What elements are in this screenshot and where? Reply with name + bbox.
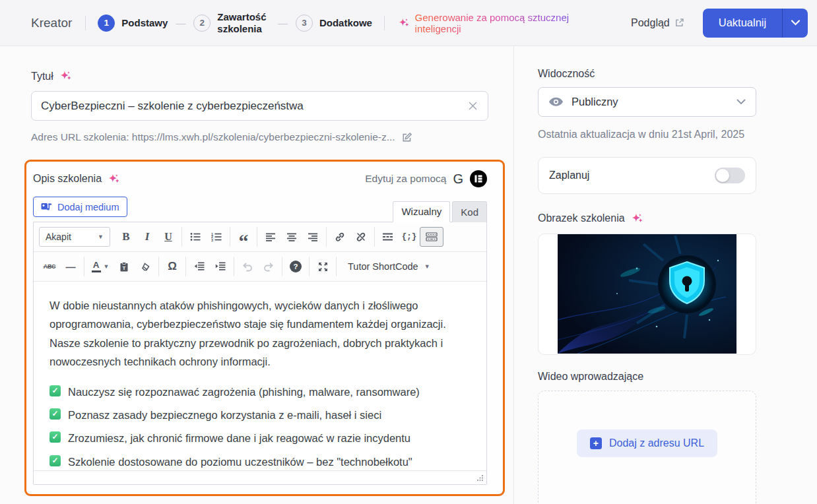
editor-mode-tabs: Wizualny Kod	[393, 201, 487, 222]
checklist-item: Zrozumiesz, jak chronić firmowe dane i j…	[49, 429, 471, 447]
clear-title-icon[interactable]	[467, 100, 478, 111]
update-split-button: Uaktualnij	[703, 9, 808, 38]
step-label-3: Dodatkowe	[319, 17, 372, 29]
paragraph-style-value: Akapit	[46, 232, 71, 242]
visibility-label: Widoczność	[538, 68, 817, 80]
align-center-icon[interactable]	[281, 227, 302, 247]
chevron-down-icon	[791, 20, 801, 26]
add-media-label: Dodaj medium	[57, 202, 119, 212]
editor-content-area[interactable]: W dobie nieustannych ataków phishingowyc…	[34, 282, 486, 470]
step-dodatkowe[interactable]: 3 Dodatkowe	[296, 15, 372, 32]
edit-with-row: Edytuj za pomocą G	[365, 170, 487, 187]
visibility-value: Publiczny	[572, 96, 729, 108]
eye-icon	[548, 97, 564, 107]
clear-formatting-icon[interactable]	[135, 257, 156, 276]
add-from-url-label: Dodaj z adresu URL	[609, 437, 704, 449]
add-from-url-button[interactable]: + Dodaj z adresu URL	[577, 429, 717, 457]
gutenberg-icon[interactable]: G	[453, 172, 463, 185]
step-label-2: Zawartość szkolenia	[217, 11, 270, 35]
special-character-icon[interactable]: Ω	[162, 257, 183, 276]
course-image-label: Obrazek szkolenia	[538, 212, 625, 224]
align-right-icon[interactable]	[302, 227, 323, 247]
intro-video-dropzone[interactable]: + Dodaj z adresu URL	[538, 391, 756, 504]
align-left-icon[interactable]	[260, 227, 281, 247]
ai-sparkle-icon[interactable]	[631, 212, 643, 225]
editor-toolbar-row2: ABC — A▼ T Ω	[34, 252, 486, 282]
redo-icon[interactable]	[258, 257, 279, 276]
bullet-list-icon[interactable]	[185, 227, 206, 247]
horizontal-rule-icon[interactable]: —	[60, 257, 81, 276]
help-icon[interactable]: ?	[285, 257, 306, 276]
tutor-shortcode-select[interactable]: Tutor ShortCode▼	[339, 257, 439, 276]
course-image-card[interactable]	[538, 234, 756, 355]
plus-icon: +	[590, 437, 602, 449]
step-zawartosc-szkolenia[interactable]: 2 Zawartość szkolenia	[193, 11, 270, 35]
ai-sparkle-icon[interactable]	[59, 70, 72, 82]
ai-sparkle-icon	[398, 17, 410, 29]
remove-link-icon[interactable]	[350, 227, 372, 247]
update-dropdown-button[interactable]	[782, 9, 808, 38]
step-podstawy[interactable]: 1 Podstawy	[98, 15, 168, 32]
main-panel: Tytuł CyberBezpieczni – szkolenie z cybe…	[0, 46, 513, 504]
toolbar-toggle-icon[interactable]	[420, 227, 443, 247]
undo-icon[interactable]	[237, 257, 258, 276]
checklist-item-text: Zrozumiesz, jak chronić firmowe dane i j…	[68, 429, 410, 447]
tab-visual[interactable]: Wizualny	[393, 201, 450, 222]
title-field-label: Tytuł	[31, 70, 513, 82]
italic-button[interactable]: I	[137, 227, 158, 247]
app-title: Kreator	[31, 16, 72, 30]
caret-down-icon: ▼	[98, 234, 104, 240]
description-label: Opis szkolenia	[33, 173, 102, 185]
outdent-icon[interactable]	[189, 257, 210, 276]
paste-as-text-icon[interactable]: T	[114, 257, 135, 276]
description-checklist: Nauczysz się rozpoznawać zagrożenia (phi…	[49, 383, 471, 471]
title-label: Tytuł	[31, 71, 53, 82]
tab-code[interactable]: Kod	[452, 201, 487, 222]
divider	[85, 16, 86, 30]
paragraph-style-select[interactable]: Akapit▼	[39, 227, 110, 247]
preview-button[interactable]: Podgląd	[631, 17, 684, 29]
description-paragraph: W dobie nieustannych ataków phishingowyc…	[49, 296, 471, 371]
step-number-2: 2	[193, 15, 211, 32]
steps-nav: 1 Podstawy — 2 Zawartość szkolenia — 3 D…	[98, 11, 372, 35]
course-thumbnail-cybersecurity-image	[558, 234, 736, 354]
checklist-item: Poznasz zasady bezpiecznego korzystania …	[49, 406, 471, 424]
step-separator: —	[176, 17, 185, 28]
step-number-3: 3	[296, 15, 313, 32]
course-image-label-row: Obrazek szkolenia	[538, 212, 817, 225]
title-value: CyberBezpieczni – szkolenie z cyberbezpi…	[41, 100, 467, 113]
wysiwyg-editor: Akapit▼ B I U 123 “	[33, 222, 487, 485]
ai-sparkle-icon[interactable]	[108, 173, 120, 185]
visibility-select[interactable]: Publiczny	[538, 87, 756, 117]
elementor-icon[interactable]	[470, 170, 487, 187]
generate-with-ai-label: Generowanie za pomocą sztucznej intelige…	[415, 12, 614, 34]
course-url-row: Adres URL szkolenia: https://lms.xwh.pl/…	[31, 131, 513, 143]
edit-url-icon[interactable]	[401, 132, 412, 143]
numbered-list-icon[interactable]: 123	[206, 227, 227, 247]
strikethrough-icon[interactable]: ABC	[39, 257, 60, 276]
external-link-icon	[674, 18, 684, 28]
bold-button[interactable]: B	[115, 227, 137, 247]
tutor-shortcode-label: Tutor ShortCode	[348, 261, 418, 272]
edit-with-label: Edytuj za pomocą	[365, 173, 446, 185]
divider	[384, 16, 385, 30]
add-media-button[interactable]: Dodaj medium	[33, 197, 127, 217]
checklist-item-text: Szkolenie dostosowane do poziomu uczestn…	[68, 453, 412, 470]
update-button[interactable]: Uaktualnij	[703, 9, 782, 38]
checklist-item: Szkolenie dostosowane do poziomu uczestn…	[49, 453, 471, 470]
step-number-1: 1	[98, 15, 115, 32]
schedule-toggle[interactable]	[715, 168, 745, 183]
resize-grip-icon[interactable]	[476, 474, 484, 482]
text-color-icon[interactable]: A▼	[87, 257, 114, 276]
shortcode-icon[interactable]: {;}	[399, 227, 420, 247]
blockquote-icon[interactable]: “	[233, 227, 254, 247]
indent-icon[interactable]	[210, 257, 231, 276]
underline-button[interactable]: U	[158, 227, 179, 247]
checklist-item-text: Poznasz zasady bezpiecznego korzystania …	[68, 406, 381, 424]
insert-link-icon[interactable]	[329, 227, 350, 247]
read-more-icon[interactable]	[377, 227, 399, 247]
generate-with-ai-button[interactable]: Generowanie za pomocą sztucznej intelige…	[398, 12, 614, 34]
fullscreen-icon[interactable]	[312, 257, 333, 276]
title-input[interactable]: CyberBezpieczni – szkolenie z cyberbezpi…	[31, 91, 488, 121]
description-section-highlighted: Opis szkolenia Edytuj za pomocą G Dodaj …	[24, 160, 505, 496]
